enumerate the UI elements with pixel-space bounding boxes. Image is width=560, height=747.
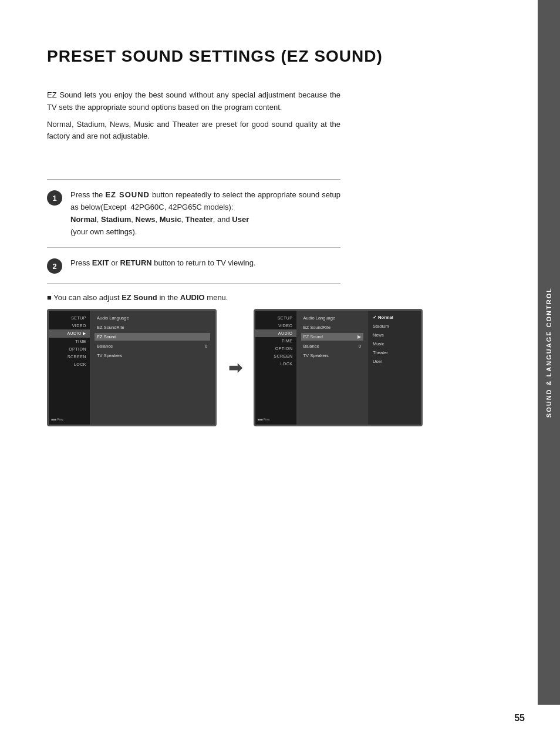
menu-video-left: VIDEO — [49, 322, 90, 329]
submenu-stadium: Stadium — [368, 322, 421, 331]
balance-right: Balance0 — [301, 342, 364, 350]
menu-audio-left: AUDIO ▶ — [49, 329, 90, 338]
theater-option: Theater — [185, 215, 213, 224]
sidebar-label: SOUND & LANGUAGE CONTROL — [545, 287, 552, 418]
step-1: 1 Press the EZ SOUND button repeatedly t… — [47, 180, 340, 248]
menu-option-right: OPTION — [255, 345, 296, 352]
left-main-menu: Audio Language EZ SoundRite EZ Sound Bal… — [90, 311, 215, 425]
note-suffix: menu. — [205, 293, 228, 302]
menu-time-left: TIME — [49, 338, 90, 345]
right-tv-screen: SETUP VIDEO AUDIO TIME OPTION SCREEN LOC… — [254, 309, 423, 426]
sound-options: Normal — [70, 215, 97, 224]
step-2-number: 2 — [47, 258, 62, 274]
submenu-music: Music — [368, 339, 421, 348]
submenu-news: News — [368, 331, 421, 339]
audio-lang-right: Audio Language — [301, 314, 364, 322]
menu-option-left: OPTION — [49, 345, 90, 353]
page-container: SOUND & LANGUAGE CONTROL PRESET SOUND SE… — [0, 0, 560, 747]
content-area: PRESET SOUND SETTINGS (EZ SOUND) EZ Soun… — [47, 47, 513, 426]
audio-lang-left: Audio Language — [95, 314, 210, 322]
user-option: User — [232, 215, 249, 224]
menu-video-right: VIDEO — [255, 322, 296, 329]
screens-container: SETUP VIDEO AUDIO ▶ TIME OPTION SCREEN L… — [47, 309, 423, 426]
right-screen-menu: SETUP VIDEO AUDIO TIME OPTION SCREEN LOC… — [255, 311, 296, 425]
page-title: PRESET SOUND SETTINGS (EZ SOUND) — [47, 47, 484, 66]
tv-logo-right: ■■■ Prev. — [258, 418, 271, 421]
right-submenu: Normal Stadium News Music Theater User — [368, 311, 421, 425]
tv-speakers-right: TV Speakers — [301, 352, 364, 359]
stadium-option: Stadium — [101, 215, 131, 224]
left-tv-screen: SETUP VIDEO AUDIO ▶ TIME OPTION SCREEN L… — [47, 309, 217, 426]
ez-sound-label: EZ SOUND — [105, 190, 150, 199]
menu-screen-left: SCREEN — [49, 353, 90, 361]
page-number: 55 — [514, 713, 525, 724]
ez-sound-left: EZ Sound — [95, 333, 210, 341]
menu-setup-right: SETUP — [255, 314, 296, 322]
left-screen-menu: SETUP VIDEO AUDIO ▶ TIME OPTION SCREEN L… — [49, 311, 90, 425]
tv-logo-left: ■■■ Prev. — [51, 418, 64, 421]
menu-lock-right: LOCK — [255, 360, 296, 368]
audio-note: AUDIO — [180, 293, 205, 302]
menu-lock-left: LOCK — [49, 361, 90, 368]
arrow-icon: ➡ — [228, 358, 242, 378]
note-prefix: ■ You can also adjust — [47, 293, 122, 302]
news-option: News — [136, 215, 156, 224]
step-2-text: Press EXIT or RETURN button to return to… — [70, 257, 256, 270]
menu-screen-right: SCREEN — [255, 352, 296, 360]
music-option: Music — [160, 215, 181, 224]
note-middle: in the — [157, 293, 180, 302]
menu-time-right: TIME — [255, 337, 296, 345]
tv-speakers-left: TV Speakers — [95, 352, 210, 359]
ez-sound-note: EZ Sound — [122, 293, 157, 302]
right-main-menu: Audio Language EZ SoundRite EZ Sound▶ Ba… — [296, 311, 369, 425]
ez-soundrite-left: EZ SoundRite — [95, 324, 210, 331]
intro-paragraph2: Normal, Stadium, News, Music and Theater… — [47, 119, 340, 143]
step-1-number: 1 — [47, 190, 62, 206]
ez-sound-right: EZ Sound▶ — [301, 333, 364, 341]
step-2: 2 Press EXIT or RETURN button to return … — [47, 248, 340, 284]
intro-paragraph1: EZ Sound lets you enjoy the best sound w… — [47, 89, 340, 114]
return-label: RETURN — [120, 258, 152, 267]
step-1-text: Press the EZ SOUND button repeatedly to … — [70, 189, 340, 238]
right-sidebar: SOUND & LANGUAGE CONTROL — [538, 0, 560, 705]
submenu-normal: Normal — [368, 313, 421, 322]
submenu-theater: Theater — [368, 348, 421, 357]
note-line: ■ You can also adjust EZ Sound in the AU… — [47, 293, 340, 302]
steps-container: 1 Press the EZ SOUND button repeatedly t… — [47, 180, 340, 284]
exit-label: EXIT — [92, 258, 109, 267]
menu-setup-left: SETUP — [49, 314, 90, 322]
submenu-user: User — [368, 357, 421, 366]
ez-soundrite-right: EZ SoundRite — [301, 324, 364, 331]
balance-left: Balance0 — [95, 342, 210, 350]
menu-audio-right: AUDIO — [255, 329, 296, 337]
